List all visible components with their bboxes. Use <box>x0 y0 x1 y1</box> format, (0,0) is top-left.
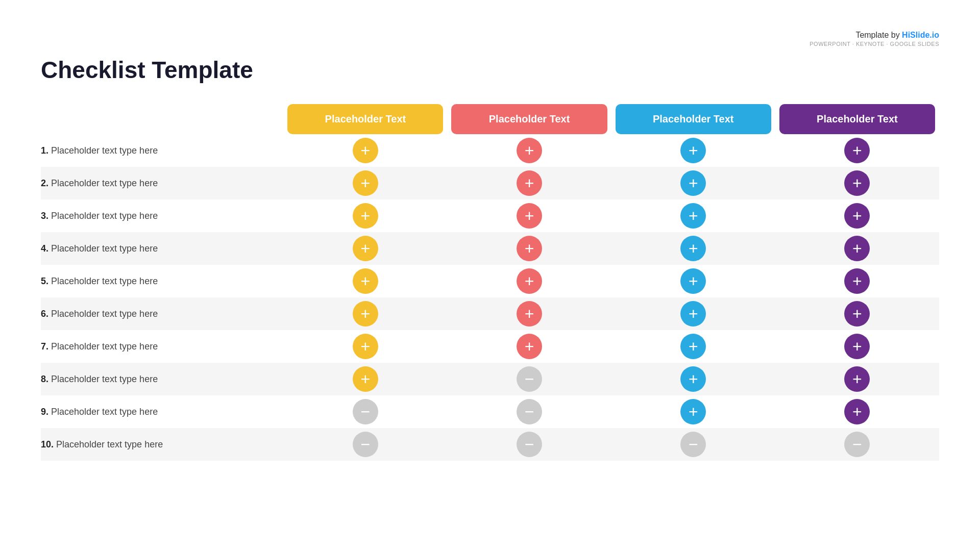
table-row: 4. Placeholder text type here++++ <box>41 232 939 265</box>
icon-cell-3-3: + <box>611 199 775 232</box>
plus-icon: + <box>844 301 870 327</box>
icon-cell-10-2: − <box>447 428 611 461</box>
icon-cell-6-3: + <box>611 297 775 330</box>
col-label-purple: Placeholder Text <box>779 104 935 134</box>
col-label-red: Placeholder Text <box>451 104 607 134</box>
plus-icon: + <box>353 170 378 196</box>
icon-cell-5-1: + <box>283 265 447 297</box>
icon-cell-7-1: + <box>283 330 447 363</box>
table-row: 6. Placeholder text type here++++ <box>41 297 939 330</box>
icon-cell-9-3: + <box>611 395 775 428</box>
plus-icon: + <box>353 301 378 327</box>
plus-icon: + <box>680 203 706 229</box>
table-row: 8. Placeholder text type here+−++ <box>41 363 939 395</box>
branding: Template by HiSlide.io POWERPOINT · KEYN… <box>810 31 939 47</box>
icon-cell-1-3: + <box>611 134 775 167</box>
icon-cell-5-4: + <box>775 265 939 297</box>
plus-icon: + <box>353 203 378 229</box>
minus-icon: − <box>353 432 378 457</box>
row-label: 5. Placeholder text type here <box>41 265 283 297</box>
icon-cell-4-3: + <box>611 232 775 265</box>
minus-icon: − <box>680 432 706 457</box>
plus-icon: + <box>680 236 706 261</box>
plus-icon: + <box>680 399 706 424</box>
row-label: 1. Placeholder text type here <box>41 134 283 167</box>
table-row: 7. Placeholder text type here++++ <box>41 330 939 363</box>
icon-cell-3-4: + <box>775 199 939 232</box>
plus-icon: + <box>353 236 378 261</box>
row-label: 3. Placeholder text type here <box>41 199 283 232</box>
plus-icon: + <box>680 170 706 196</box>
icon-cell-2-2: + <box>447 167 611 199</box>
icon-cell-4-4: + <box>775 232 939 265</box>
icon-cell-10-1: − <box>283 428 447 461</box>
plus-icon: + <box>353 268 378 294</box>
plus-icon: + <box>353 138 378 163</box>
table-row: 1. Placeholder text type here++++ <box>41 134 939 167</box>
plus-icon: + <box>844 268 870 294</box>
table-row: 3. Placeholder text type here++++ <box>41 199 939 232</box>
icon-cell-3-1: + <box>283 199 447 232</box>
icon-cell-1-4: + <box>775 134 939 167</box>
row-label: 2. Placeholder text type here <box>41 167 283 199</box>
icon-cell-6-4: + <box>775 297 939 330</box>
plus-icon: + <box>844 366 870 392</box>
row-label: 9. Placeholder text type here <box>41 395 283 428</box>
icon-cell-2-1: + <box>283 167 447 199</box>
checklist-table: Placeholder Text Placeholder Text Placeh… <box>41 104 939 461</box>
icon-cell-7-3: + <box>611 330 775 363</box>
table-row: 5. Placeholder text type here++++ <box>41 265 939 297</box>
icon-cell-8-3: + <box>611 363 775 395</box>
icon-cell-9-2: − <box>447 395 611 428</box>
main-container: Checklist Template Placeholder Text Plac… <box>41 56 939 461</box>
row-label: 6. Placeholder text type here <box>41 297 283 330</box>
icon-cell-8-1: + <box>283 363 447 395</box>
icon-cell-7-2: + <box>447 330 611 363</box>
table-row: 2. Placeholder text type here++++ <box>41 167 939 199</box>
plus-icon: + <box>844 236 870 261</box>
plus-icon: + <box>680 301 706 327</box>
table-row: 9. Placeholder text type here−−++ <box>41 395 939 428</box>
branding-sub: POWERPOINT · KEYNOTE · GOOGLE SLIDES <box>810 41 939 47</box>
row-label: 8. Placeholder text type here <box>41 363 283 395</box>
row-label: 10. Placeholder text type here <box>41 428 283 461</box>
plus-icon: + <box>517 236 542 261</box>
col-header-3: Placeholder Text <box>611 104 775 134</box>
icon-cell-10-4: − <box>775 428 939 461</box>
plus-icon: + <box>844 334 870 359</box>
plus-icon: + <box>844 170 870 196</box>
icon-cell-3-2: + <box>447 199 611 232</box>
plus-icon: + <box>517 268 542 294</box>
icon-cell-10-3: − <box>611 428 775 461</box>
plus-icon: + <box>353 334 378 359</box>
icon-cell-4-2: + <box>447 232 611 265</box>
plus-icon: + <box>680 366 706 392</box>
plus-icon: + <box>517 138 542 163</box>
table-row: 10. Placeholder text type here−−−− <box>41 428 939 461</box>
minus-icon: − <box>517 366 542 392</box>
icon-cell-9-4: + <box>775 395 939 428</box>
col-header-2: Placeholder Text <box>447 104 611 134</box>
icon-cell-8-4: + <box>775 363 939 395</box>
plus-icon: + <box>517 203 542 229</box>
icon-cell-6-1: + <box>283 297 447 330</box>
icon-cell-6-2: + <box>447 297 611 330</box>
branding-title: Template by HiSlide.io <box>810 31 939 40</box>
plus-icon: + <box>844 203 870 229</box>
brand-name: HiSlide.io <box>902 31 939 39</box>
icon-cell-4-1: + <box>283 232 447 265</box>
plus-icon: + <box>517 334 542 359</box>
plus-icon: + <box>680 334 706 359</box>
page-title: Checklist Template <box>41 56 939 84</box>
header-row: Placeholder Text Placeholder Text Placeh… <box>41 104 939 134</box>
plus-icon: + <box>844 399 870 424</box>
minus-icon: − <box>517 399 542 424</box>
icon-cell-2-4: + <box>775 167 939 199</box>
plus-icon: + <box>353 366 378 392</box>
icon-cell-5-2: + <box>447 265 611 297</box>
plus-icon: + <box>680 138 706 163</box>
icon-cell-2-3: + <box>611 167 775 199</box>
plus-icon: + <box>680 268 706 294</box>
col-label-blue: Placeholder Text <box>616 104 771 134</box>
empty-header-cell <box>41 104 283 134</box>
